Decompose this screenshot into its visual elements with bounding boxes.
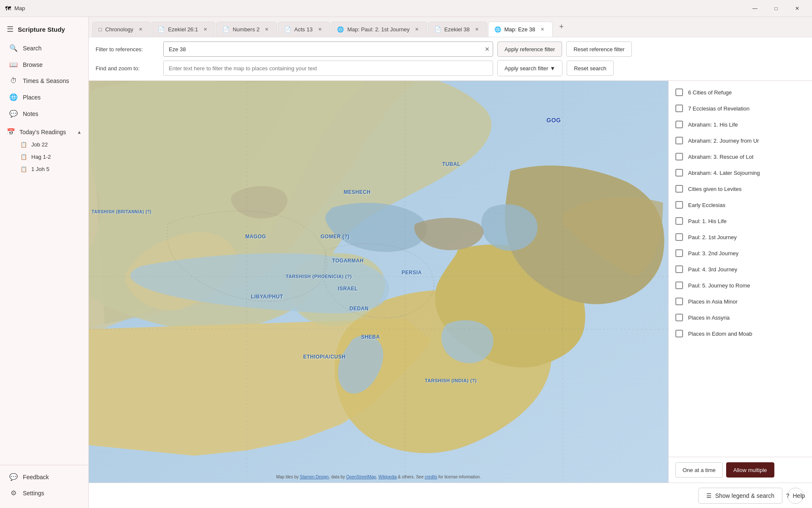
legend-checkbox-abr4[interactable] xyxy=(675,169,683,177)
one-at-time-button[interactable]: One at a time xyxy=(675,462,723,478)
sidebar-item-times[interactable]: ⏱ Times & Seasons xyxy=(3,73,86,88)
show-legend-search-button[interactable]: ☰ Show legend & search xyxy=(698,488,782,504)
stamen-link[interactable]: Stamen Design xyxy=(300,475,329,479)
sidebar-item-search[interactable]: 🔍 Search xyxy=(3,40,86,56)
tab-map-paul-close[interactable]: ✕ xyxy=(413,26,421,33)
legend-checkbox-earlyeccl[interactable] xyxy=(675,201,683,209)
legend-checkbox-citieslevi[interactable] xyxy=(675,185,683,193)
sidebar-header: ☰ Scripture Study xyxy=(0,20,88,38)
reset-search-button[interactable]: Reset search xyxy=(567,61,614,76)
tab-chronology[interactable]: □ Chronology ✕ xyxy=(92,22,151,37)
notes-icon: 💬 xyxy=(9,110,18,118)
legend-item-asminor[interactable]: Places in Asia Minor xyxy=(669,293,812,309)
sidebar-item-browse[interactable]: 📖 Browse xyxy=(3,57,86,72)
legend-label-paul3: Paul: 3. 2nd Journey xyxy=(688,250,738,257)
tab-numbers2[interactable]: 📄 Numbers 2 ✕ xyxy=(216,22,277,37)
legend-item-paul2[interactable]: Paul: 2. 1st Journey xyxy=(669,229,812,245)
title-bar: 🗺 Map — □ ✕ xyxy=(0,0,812,17)
legend-checkbox-paul1[interactable] xyxy=(675,217,683,225)
legend-label-edom: Places in Edom and Moab xyxy=(688,331,752,337)
legend-checkbox-7eccl[interactable] xyxy=(675,105,683,112)
osm-link[interactable]: OpenStreetMap xyxy=(346,475,376,479)
reset-reference-filter-button[interactable]: Reset reference filter xyxy=(566,41,632,57)
tab-ezekiel38[interactable]: 📄 Ezekiel 38 ✕ xyxy=(428,22,487,37)
credits-link[interactable]: credits xyxy=(425,475,437,479)
legend-checkbox-asminor[interactable] xyxy=(675,298,683,305)
filter-clear-icon[interactable]: ✕ xyxy=(485,46,490,52)
sidebar-item-settings[interactable]: ⚙ Settings xyxy=(3,485,86,501)
close-button[interactable]: ✕ xyxy=(787,2,807,15)
reading-1joh5-label: 1 Joh 5 xyxy=(31,166,49,172)
reading-icon-1: 📋 xyxy=(20,141,27,148)
legend-item-paul5[interactable]: Paul: 5. Journey to Rome xyxy=(669,277,812,293)
legend-checkbox-assyria[interactable] xyxy=(675,314,683,321)
tab-map-eze38-close[interactable]: ✕ xyxy=(539,26,546,33)
legend-checkbox-paul4[interactable] xyxy=(675,265,683,273)
tab-ezekiel26-close[interactable]: ✕ xyxy=(201,26,209,33)
legend-checkbox-6cities[interactable] xyxy=(675,88,683,96)
tab-ezekiel26-icon: 📄 xyxy=(158,26,165,33)
legend-item-abr2[interactable]: Abraham: 2. Journey from Ur xyxy=(669,133,812,149)
tab-numbers2-close[interactable]: ✕ xyxy=(263,26,271,33)
legend-label-6cities: 6 Cities of Refuge xyxy=(688,89,732,96)
help-button[interactable]: ? Help xyxy=(787,488,804,504)
apply-search-group: Apply search filter ▼ xyxy=(497,60,562,76)
legend-item-paul1[interactable]: Paul: 1. His Life xyxy=(669,213,812,229)
minimize-button[interactable]: — xyxy=(745,2,765,15)
tab-ezekiel38-close[interactable]: ✕ xyxy=(473,26,481,33)
legend-checkbox-paul2[interactable] xyxy=(675,233,683,241)
legend-item-citieslevi[interactable]: Cities given to Levites xyxy=(669,181,812,197)
map-view[interactable]: GOG TUBAL MESHECH MAGOG GOMER (?) TARSHI… xyxy=(89,81,668,483)
legend-label-abr3: Abraham: 3. Rescue of Lot xyxy=(688,154,754,160)
sidebar-item-notes[interactable]: 💬 Notes xyxy=(3,106,86,121)
legend-item-earlyeccl[interactable]: Early Ecclesias xyxy=(669,197,812,213)
legend-checkbox-edom[interactable] xyxy=(675,330,683,337)
map-toolbar: Filter to references: ✕ Apply reference … xyxy=(89,37,812,81)
legend-icon: ☰ xyxy=(706,492,712,499)
legend-item-7eccl[interactable]: 7 Ecclesias of Revelation xyxy=(669,100,812,116)
reading-hag12[interactable]: 📋 Hag 1-2 xyxy=(7,151,82,163)
maximize-button[interactable]: □ xyxy=(766,2,786,15)
legend-item-paul3[interactable]: Paul: 3. 2nd Journey xyxy=(669,245,812,261)
legend-item-abr3[interactable]: Abraham: 3. Rescue of Lot xyxy=(669,149,812,165)
tab-map-paul-label: Map: Paul: 2. 1st Journey xyxy=(347,26,409,33)
legend-label-paul2: Paul: 2. 1st Journey xyxy=(688,234,737,240)
legend-label-paul5: Paul: 5. Journey to Rome xyxy=(688,282,750,289)
reading-1joh5[interactable]: 📋 1 Joh 5 xyxy=(7,163,82,175)
allow-multiple-button[interactable]: Allow multiple xyxy=(726,462,774,478)
search-input[interactable] xyxy=(163,61,493,76)
legend-label-abr1: Abraham: 1. His Life xyxy=(688,121,738,128)
tab-ezekiel26[interactable]: 📄 Ezekiel 26:1 ✕ xyxy=(151,22,215,37)
tab-ezekiel26-label: Ezekiel 26:1 xyxy=(168,26,198,33)
todays-readings-header[interactable]: 📅 Today's Readings ▲ xyxy=(7,125,82,138)
apply-search-filter-button[interactable]: Apply search filter ▼ xyxy=(498,61,562,76)
tab-map-eze38-icon: 🌐 xyxy=(494,26,501,33)
legend-item-paul4[interactable]: Paul: 4. 3rd Journey xyxy=(669,261,812,277)
legend-checkbox-paul5[interactable] xyxy=(675,282,683,289)
tab-acts13-close[interactable]: ✕ xyxy=(316,26,324,33)
tab-acts13[interactable]: 📄 Acts 13 ✕ xyxy=(278,22,330,37)
tab-chronology-close[interactable]: ✕ xyxy=(137,26,144,33)
legend-item-abr1[interactable]: Abraham: 1. His Life xyxy=(669,116,812,133)
tab-map-paul[interactable]: 🌐 Map: Paul: 2. 1st Journey ✕ xyxy=(331,22,427,37)
hamburger-icon[interactable]: ☰ xyxy=(7,25,14,34)
tab-numbers2-icon: 📄 xyxy=(222,26,229,33)
legend-checkbox-paul3[interactable] xyxy=(675,249,683,257)
reading-job22[interactable]: 📋 Job 22 xyxy=(7,138,82,151)
legend-item-assyria[interactable]: Places in Assyria xyxy=(669,309,812,326)
tab-map-eze38[interactable]: 🌐 Map: Eze 38 ✕ xyxy=(488,22,553,37)
wikipedia-link[interactable]: Wikipedia xyxy=(379,475,397,479)
legend-checkbox-abr2[interactable] xyxy=(675,137,683,144)
legend-item-abr4[interactable]: Abraham: 4. Later Sojourning xyxy=(669,165,812,181)
legend-item-6cities[interactable]: 6 Cities of Refuge xyxy=(669,84,812,100)
filter-input[interactable] xyxy=(163,41,493,57)
new-tab-button[interactable]: + xyxy=(555,21,568,33)
apply-reference-filter-button[interactable]: Apply reference filter xyxy=(497,41,562,57)
sidebar-item-feedback[interactable]: 💬 Feedback xyxy=(3,469,86,485)
legend-item-edom[interactable]: Places in Edom and Moab xyxy=(669,326,812,342)
legend-checkbox-abr3[interactable] xyxy=(675,153,683,160)
reading-hag12-label: Hag 1-2 xyxy=(31,154,51,160)
sidebar-notes-label: Notes xyxy=(23,110,38,117)
sidebar-item-places[interactable]: 🌐 Places xyxy=(3,89,86,105)
legend-checkbox-abr1[interactable] xyxy=(675,121,683,128)
